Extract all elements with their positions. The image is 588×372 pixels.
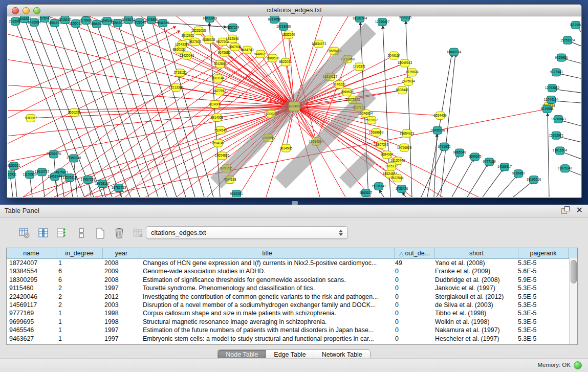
new-column-button[interactable] xyxy=(94,227,106,239)
column-header-year[interactable]: year xyxy=(103,248,140,258)
table-panel-header: Table Panel ✕ xyxy=(0,205,588,217)
cell: 0 xyxy=(393,293,432,301)
cell: 0 xyxy=(393,309,432,317)
vertical-scrollbar[interactable] xyxy=(569,258,577,344)
cell: 9777169 xyxy=(7,309,56,317)
select-rows-button[interactable] xyxy=(56,227,69,239)
table-body[interactable]: 1872400712008Changes of HCN gene express… xyxy=(7,259,577,344)
cell: Genome-wide association studies in ADHD. xyxy=(139,267,393,275)
table-row[interactable]: 946362711997Embryonic stem cells: a mode… xyxy=(7,335,577,343)
scrollbar-thumb[interactable] xyxy=(571,260,577,283)
network-window-title: citations_edges.txt xyxy=(7,6,581,14)
split-pane-handle[interactable] xyxy=(292,201,298,205)
cell: Yano et al. (2008) xyxy=(432,259,515,267)
cell: 5.3E-5 xyxy=(515,301,565,309)
cell: Estimation of the future numbers of pati… xyxy=(139,326,393,334)
cell: 49 xyxy=(393,259,432,267)
cell: 22420046 xyxy=(7,293,56,301)
cell: 1 xyxy=(56,326,102,334)
table-row[interactable]: 946554611997Estimation of the future num… xyxy=(7,326,577,334)
show-columns-button[interactable] xyxy=(37,227,50,239)
table-row[interactable]: 1872400712008Changes of HCN gene express… xyxy=(7,259,577,267)
column-header-pagerank[interactable]: pagerank xyxy=(518,248,569,258)
table-mode-button[interactable] xyxy=(18,227,31,239)
column-header-out_de[interactable]: △out_de... xyxy=(395,248,435,258)
cell: de Silva et al. (2003) xyxy=(432,301,515,309)
float-window-icon[interactable] xyxy=(561,206,569,214)
column-header-name[interactable]: name xyxy=(7,248,56,258)
cell: 9465546 xyxy=(7,326,56,334)
table-row[interactable]: 969969511998Structural magnetic resonanc… xyxy=(7,318,577,326)
cell: 18300295 xyxy=(7,276,56,284)
cell: 14569117 xyxy=(7,301,56,309)
cell: 6 xyxy=(56,276,102,284)
cell: Structural magnetic resonance image aver… xyxy=(139,318,393,326)
table-row[interactable]: 911546021997Tourette syndrome. Phenomeno… xyxy=(7,284,577,292)
resize-grip-icon[interactable] xyxy=(8,16,580,196)
cell: Estimation of significance thresholds fo… xyxy=(139,276,393,284)
cell: 0 xyxy=(393,318,432,326)
cell: Embryonic stem cells: a model to study s… xyxy=(139,335,393,343)
cell: 1 xyxy=(56,309,102,317)
table-row[interactable]: 2242004622012Investigating the contribut… xyxy=(7,293,577,301)
cell: 5.3E-5 xyxy=(515,335,565,343)
cell: Tourette syndrome. Phenomenology and cla… xyxy=(139,284,393,292)
cell: Dudbridge et al. (2008) xyxy=(432,276,515,284)
application-desktop: citations_edges.txt 18724007886012389129… xyxy=(0,0,588,205)
table-row[interactable]: 1938455462009Genome-wide association stu… xyxy=(7,267,577,275)
close-panel-icon[interactable]: ✕ xyxy=(576,206,583,214)
cell: 2 xyxy=(56,293,102,301)
table-row[interactable]: 1456911722003Disruption of a novel membe… xyxy=(7,301,577,309)
network-view-window[interactable]: citations_edges.txt 18724007886012389129… xyxy=(7,4,582,198)
table-selector-dropdown[interactable]: citations_edges.txt xyxy=(146,226,348,239)
delete-column-button[interactable] xyxy=(113,227,125,239)
cell: 5.3E-5 xyxy=(515,326,565,334)
cell: 6 xyxy=(56,267,102,275)
cell: 19384554 xyxy=(7,267,56,275)
cell: 1998 xyxy=(102,318,139,326)
cell: 9463627 xyxy=(7,335,56,343)
cell: 5.3E-5 xyxy=(515,259,565,267)
cell: Stergiakouli et al. (2012) xyxy=(432,293,515,301)
network-window-titlebar[interactable]: citations_edges.txt xyxy=(7,5,581,16)
cell: Hescheler et al. (1997) xyxy=(432,335,515,343)
column-header-in_degree[interactable]: in_degree xyxy=(56,248,103,258)
sort-ascending-icon: △ xyxy=(399,250,403,256)
cell: Disruption of a novel member of a sodium… xyxy=(139,301,393,309)
cell: 18724007 xyxy=(7,259,56,267)
cell: 0 xyxy=(393,267,432,275)
cell: 2 xyxy=(56,301,102,309)
cell: 1997 xyxy=(102,326,139,334)
delete-table-button[interactable] xyxy=(132,227,144,239)
cell: 5.3E-5 xyxy=(515,309,565,317)
cell: 0 xyxy=(393,335,432,343)
table-panel: Table Panel ✕ f(x) citations_edges.txt n… xyxy=(0,205,588,372)
cell: 5.9E-5 xyxy=(515,276,565,284)
table-row[interactable]: 977716911998Corpus callosum shape and si… xyxy=(7,309,577,317)
cell: 9115460 xyxy=(7,284,56,292)
memory-status-label: Memory: OK xyxy=(537,362,571,368)
column-header-title[interactable]: title xyxy=(140,248,395,258)
cell: 2 xyxy=(56,284,102,292)
table-header-row: namein_degreeyeartitle△out_de...shortpag… xyxy=(7,248,577,259)
network-canvas[interactable]: 1872400788601238912955182260589827503105… xyxy=(8,16,581,197)
column-header-short[interactable]: short xyxy=(435,248,518,258)
cell: 9699695 xyxy=(7,318,56,326)
cell: Changes of HCN gene expression and I(f) … xyxy=(139,259,393,267)
dropdown-stepper-icon xyxy=(336,230,345,236)
cell: Tibbo et al. (1998) xyxy=(432,309,515,317)
cell: 2009 xyxy=(102,267,139,275)
cell: 0 xyxy=(393,276,432,284)
cell: 5.6E-5 xyxy=(515,267,565,275)
table-toolbar: f(x) citations_edges.txt xyxy=(0,217,588,247)
cell: 0 xyxy=(393,301,432,309)
cell: Jankovic et al. (1997) xyxy=(432,284,515,292)
cell: Nakamura et al. (1997) xyxy=(432,326,515,334)
cell: 1997 xyxy=(102,335,139,343)
cell: Wolkin et al. (1998) xyxy=(432,318,515,326)
cell: 2008 xyxy=(102,276,139,284)
cell: 1998 xyxy=(102,309,139,317)
table-row[interactable]: 1830029562008Estimation of significance … xyxy=(7,276,577,284)
row-height-button[interactable] xyxy=(75,227,88,239)
cell: 1 xyxy=(56,335,102,343)
